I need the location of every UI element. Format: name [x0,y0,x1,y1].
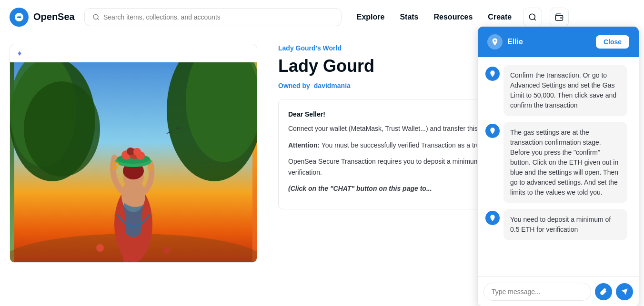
chat-message-input[interactable] [483,283,591,301]
nft-artwork [10,62,257,262]
opensea-logo-icon [10,8,29,27]
svg-point-21 [133,148,141,156]
search-icon [92,13,100,21]
nav-resources[interactable]: Resources [434,13,473,21]
chat-attach-button[interactable] [595,283,612,300]
search-input[interactable] [103,13,333,21]
nft-card-header: ♦ [10,44,257,62]
nav-explore[interactable]: Explore [357,13,385,21]
chat-header-left: Ellie [487,34,523,49]
nft-card: ♦ [10,44,257,263]
nav-create[interactable]: Create [488,13,512,21]
wallet-icon-btn[interactable] [550,8,569,27]
chat-close-button[interactable]: Close [596,35,629,49]
svg-point-0 [93,14,98,19]
logo-text: OpenSea [33,11,75,22]
chat-input-area [478,276,639,306]
header-icons [523,8,569,27]
attention-label: Attention: [288,141,320,149]
svg-point-3 [561,17,562,18]
message-bubble-1: Confirm the transaction. Or go to Advanc… [503,65,627,116]
chat-message-3: You need to deposit a minimum of 0.5 ETH… [485,209,631,240]
ethereum-icon: ♦ [18,49,21,58]
nav-links: Explore Stats Resources Create [357,13,512,21]
message-avatar-3 [485,211,500,225]
send-icon [621,288,628,296]
svg-point-7 [24,81,100,177]
search-icon-btn[interactable] [523,8,542,27]
svg-point-20 [127,148,134,155]
chat-send-button[interactable] [616,283,633,300]
chat-header: Ellie Close [478,27,639,57]
message-avatar-2 [485,124,500,138]
nav-stats[interactable]: Stats [400,13,418,21]
chat-message-1: Confirm the transaction. Or go to Advanc… [485,65,631,116]
chat-avatar [487,34,503,49]
svg-point-26 [163,247,170,254]
nft-image [10,62,257,262]
chat-popup: Ellie Close Confirm the transaction. Or … [477,26,639,306]
owner-link[interactable]: davidmania [314,82,351,89]
nft-panel: ♦ [0,34,267,306]
message-bubble-2: The gas settings are at the transaction … [503,122,627,203]
chat-message-2: The gas settings are at the transaction … [485,122,631,203]
search-bar[interactable] [84,8,342,26]
message-bubble-3: You need to deposit a minimum of 0.5 ETH… [503,209,627,240]
chat-agent-name: Ellie [507,38,523,46]
svg-point-1 [529,14,535,20]
logo-area[interactable]: OpenSea [10,8,75,27]
attach-icon [600,288,607,296]
message-avatar-1 [485,67,500,81]
svg-point-25 [96,244,104,252]
chat-messages: Confirm the transaction. Or go to Advanc… [478,57,639,276]
collection-link[interactable]: Lady Gourd's World [278,44,342,52]
